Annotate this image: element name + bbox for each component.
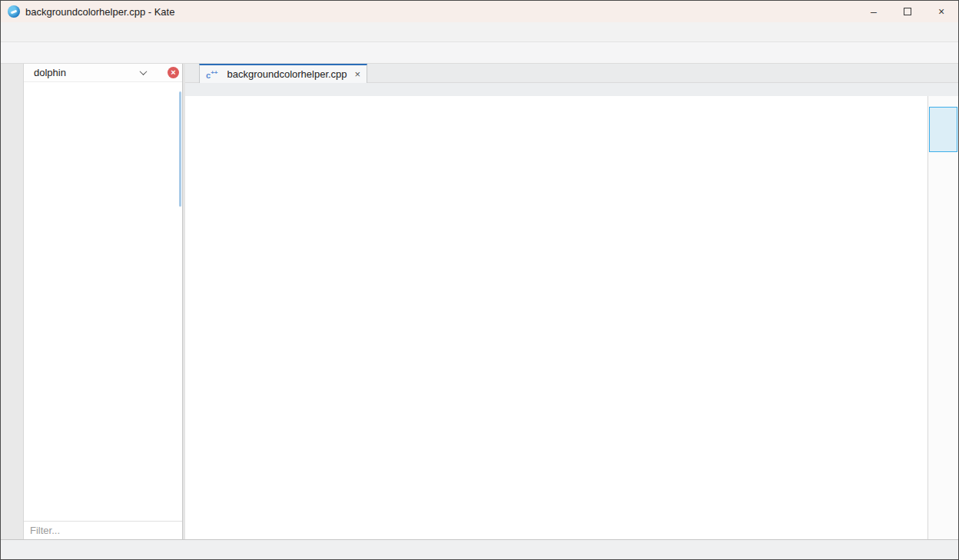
project-tree (24, 82, 182, 521)
tab-close-icon[interactable]: × (355, 68, 361, 80)
title-bar: backgroundcolorhelper.cpp - Kate – × (1, 1, 958, 22)
tab-nav (185, 64, 199, 82)
editor-body (185, 96, 958, 539)
project-selector[interactable]: dolphin (30, 67, 146, 78)
breadcrumb (185, 83, 958, 96)
kate-window: backgroundcolorhelper.cpp - Kate – × dol… (0, 0, 959, 560)
bottom-bar (1, 539, 958, 559)
tab-label: backgroundcolorhelper.cpp (227, 68, 347, 80)
minimap-viewport[interactable] (929, 107, 957, 152)
toolbar (1, 42, 958, 64)
main-area: dolphin × c++ bac (1, 64, 958, 539)
filter-box (24, 521, 182, 539)
minimap[interactable] (927, 96, 958, 539)
window-title: backgroundcolorhelper.cpp - Kate (25, 6, 174, 18)
maximize-button[interactable] (891, 1, 924, 22)
project-panel: dolphin × (24, 64, 183, 539)
code-editor[interactable] (185, 96, 927, 539)
window-controls: – × (857, 1, 958, 22)
maximize-icon (904, 8, 911, 15)
refresh-button[interactable] (150, 66, 164, 80)
project-header: dolphin × (24, 64, 182, 82)
left-tool-sidebar (1, 64, 24, 539)
filter-input[interactable] (24, 522, 182, 539)
tab-bar: c++ backgroundcolorhelper.cpp × (185, 64, 958, 83)
tab-bar-actions (944, 64, 958, 82)
minimize-button[interactable]: – (857, 1, 891, 22)
project-name: dolphin (34, 67, 66, 78)
chevron-down-icon (140, 68, 148, 75)
close-button[interactable]: × (924, 1, 958, 22)
tab-backgroundcolorhelper[interactable]: c++ backgroundcolorhelper.cpp × (199, 64, 367, 83)
tree-scrollbar[interactable] (179, 91, 181, 207)
cpp-file-icon: c++ (206, 69, 217, 80)
close-project-button[interactable]: × (168, 67, 179, 78)
kate-logo (8, 5, 20, 18)
editor-column: c++ backgroundcolorhelper.cpp × (185, 64, 958, 539)
menu-bar (1, 22, 958, 42)
